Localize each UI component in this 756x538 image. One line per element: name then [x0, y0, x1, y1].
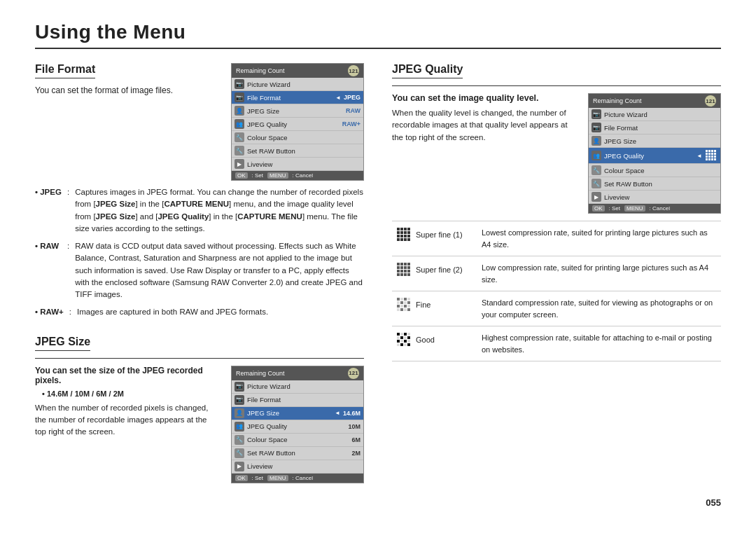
menu-row-set-raw: 🔧 Set RAW Button	[232, 144, 363, 158]
svg-rect-38	[404, 266, 407, 269]
jpeg-size-menu-mock: Remaining Count 121 📷 Picture Wizard 📷 F…	[231, 366, 364, 483]
svg-rect-40	[397, 270, 400, 273]
quality-row-good: Good Highest compression rate, suitable …	[392, 326, 721, 361]
jq-menu-row-jq: 👥 JPEG Quality ◄	[589, 148, 720, 164]
svg-rect-59	[407, 305, 410, 308]
jq-menu-row-cs: 🔧 Colour Space	[589, 164, 720, 177]
svg-rect-27	[407, 235, 410, 237]
file-format-desc: You can set the format of image files.	[35, 85, 220, 95]
svg-rect-75	[407, 340, 410, 343]
svg-rect-62	[404, 308, 407, 311]
svg-rect-33	[400, 263, 403, 265]
jpeg-quality-desc: When the quality level is changed, the n…	[392, 107, 577, 144]
svg-rect-20	[397, 231, 400, 234]
superfine2-icon	[396, 262, 412, 277]
svg-rect-14	[711, 158, 713, 160]
svg-rect-72	[397, 340, 400, 343]
bullet-jpeg-term: • JPEG	[35, 186, 62, 235]
svg-rect-8	[706, 156, 708, 158]
svg-rect-42	[404, 270, 407, 273]
jpeg-size-desc: When the number of recorded pixels is ch…	[35, 402, 220, 439]
svg-rect-51	[407, 298, 410, 301]
svg-rect-44	[397, 273, 400, 276]
svg-rect-48	[397, 298, 400, 301]
svg-rect-29	[400, 238, 403, 241]
bullet-raw: • RAW : RAW data is CCD output data save…	[35, 240, 364, 301]
svg-rect-74	[404, 340, 407, 343]
svg-rect-34	[404, 263, 407, 265]
svg-rect-0	[706, 150, 708, 152]
jq-menu-row-ff: 📷 File Format	[589, 121, 720, 134]
svg-rect-78	[404, 343, 407, 346]
jpeg-quality-bold-desc: You can set the image quality level.	[392, 93, 577, 103]
svg-rect-64	[397, 333, 400, 336]
svg-rect-68	[397, 336, 400, 339]
svg-rect-18	[404, 228, 407, 230]
jpeg-quality-section: JPEG Quality You can set the image quali…	[392, 63, 721, 361]
menu-row-picture-wizard: 📷 Picture Wizard	[232, 78, 363, 91]
quality-table: Super fine (1) Lowest compression rate, …	[392, 221, 721, 361]
svg-rect-6	[711, 153, 713, 155]
svg-rect-58	[404, 305, 407, 308]
svg-rect-31	[407, 238, 410, 241]
svg-rect-3	[714, 150, 716, 152]
svg-rect-36	[397, 266, 400, 269]
svg-rect-47	[407, 273, 410, 276]
svg-rect-56	[397, 305, 400, 308]
svg-rect-46	[404, 273, 407, 276]
jpeg-quality-menu-mock: Remaining Count 121 📷 Picture Wizard 📷 F…	[588, 93, 721, 214]
bullet-rawplus-desc: Images are captured in both RAW and JPEG…	[77, 306, 364, 318]
jpeg-size-menu-row-js: 👤 JPEG Size ◄ 14.6M	[232, 407, 363, 420]
svg-rect-10	[711, 156, 713, 158]
svg-rect-2	[711, 150, 713, 152]
menu-row-liveview: ▶ Liveview	[232, 158, 363, 171]
svg-rect-45	[400, 273, 403, 276]
svg-rect-4	[706, 153, 708, 155]
jpeg-size-remaining-count: 121	[348, 368, 359, 379]
svg-rect-1	[708, 150, 710, 152]
jpeg-size-remaining-label: Remaining Count	[236, 370, 285, 377]
svg-rect-17	[400, 228, 403, 230]
svg-rect-30	[404, 238, 407, 241]
bullet-jpeg-desc: Captures images in JPEG format. You can …	[75, 186, 364, 235]
svg-rect-77	[400, 343, 403, 346]
bullet-raw-term: • RAW	[35, 240, 62, 301]
play-icon: ▶	[234, 159, 244, 169]
good-icon	[396, 332, 412, 347]
file-format-title: File Format	[35, 63, 95, 78]
svg-rect-12	[706, 158, 708, 160]
svg-rect-69	[400, 336, 403, 339]
svg-rect-66	[404, 333, 407, 336]
page-number: 055	[35, 497, 721, 508]
svg-rect-57	[400, 305, 403, 308]
svg-rect-43	[407, 270, 410, 273]
svg-rect-71	[407, 336, 410, 339]
svg-rect-61	[400, 308, 403, 311]
svg-rect-41	[400, 270, 403, 273]
jpeg-size-menu-row-srb: 🔧 Set RAW Button 2M	[232, 447, 363, 460]
jpeg-size-menu-row-ff: 📷 File Format	[232, 394, 363, 407]
svg-rect-21	[400, 231, 403, 234]
svg-rect-79	[407, 343, 410, 346]
remaining-count-label: Remaining Count	[236, 67, 285, 74]
bullet-list: • JPEG : Captures images in JPEG format.…	[35, 186, 364, 319]
menu-btn: MENU	[267, 172, 288, 179]
jq-remaining-count: 121	[705, 95, 716, 106]
svg-rect-11	[714, 156, 716, 158]
remaining-count: 121	[348, 65, 359, 76]
camera-icon: 📷	[234, 79, 244, 89]
menu-row-jpeg-quality: 👥 JPEG Quality RAW+	[232, 118, 363, 131]
wrench-icon-2: 🔧	[234, 146, 244, 156]
svg-rect-49	[400, 298, 403, 301]
svg-rect-5	[708, 153, 710, 155]
svg-rect-24	[397, 235, 400, 237]
page-title: Using the Menu	[35, 21, 721, 49]
svg-rect-26	[404, 235, 407, 237]
bullet-rawplus-term: • RAW+	[35, 306, 64, 318]
jpeg-quality-title: JPEG Quality	[392, 63, 463, 78]
svg-rect-52	[397, 301, 400, 304]
quality-grid-indicator	[705, 149, 718, 162]
superfine2-desc: Low compression rate, suited for printin…	[482, 262, 717, 285]
svg-rect-55	[407, 301, 410, 304]
camera-icon-2: 📷	[234, 92, 244, 102]
